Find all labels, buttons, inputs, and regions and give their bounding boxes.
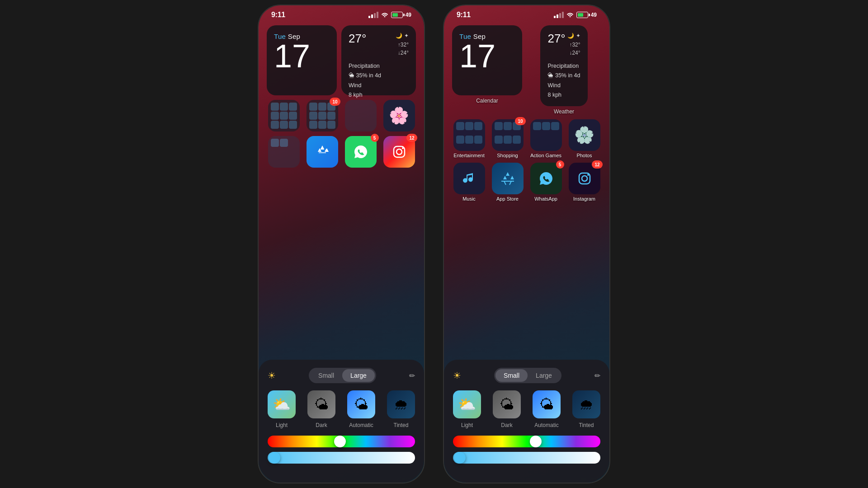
battery-fill-right [578, 13, 583, 17]
wifi-icon-right [566, 11, 574, 19]
rainbow-slider-left[interactable] [268, 436, 415, 447]
style-item-auto-right[interactable]: 🌤 Automatic [533, 390, 561, 428]
calendar-widget-right: Tue Sep 17 [452, 25, 522, 95]
style-label-dark-right: Dark [501, 422, 512, 428]
icon-whatsapp-right: 5 [530, 163, 562, 194]
weather-low-right: ↓24° [567, 49, 580, 57]
bottom-panel-right: ☀ Small Large ✏ ⛅ Light 🌤 Dark [444, 360, 609, 483]
bar1r [554, 16, 556, 18]
badge-shopping-right: 10 [515, 117, 525, 125]
app-action-games-left[interactable] [344, 100, 377, 131]
appstore-svg-right [500, 170, 516, 187]
app-music-left[interactable] [267, 136, 301, 168]
app-entertainment-left[interactable] [267, 100, 301, 131]
icon-photos-right: 🌸 [569, 119, 600, 151]
app-shopping-right[interactable]: 10 Shopping [491, 119, 524, 158]
style-icon-light-left: ⛅ [268, 390, 296, 418]
calendar-label-right: Calendar [476, 98, 498, 104]
style-item-tinted-right[interactable]: 🌧 Tinted [572, 390, 600, 428]
app-entertainment-right[interactable]: Entertainment [452, 119, 486, 158]
white-slider-right[interactable] [453, 452, 600, 464]
size-toggle-left[interactable]: Small Large [309, 368, 376, 383]
svg-line-4 [504, 181, 506, 185]
phone-right: 9:11 49 [443, 5, 610, 483]
app-whatsapp-left[interactable]: 5 [344, 136, 377, 168]
status-icons-right: 49 [554, 11, 597, 19]
style-label-tinted-left: Tinted [394, 422, 409, 428]
size-btn-small-left[interactable]: Small [310, 369, 342, 382]
app-label-music-right: Music [462, 196, 476, 202]
style-label-auto-left: Automatic [349, 422, 373, 428]
icon-appstore-left [307, 136, 338, 168]
app-label-photos-right: Photos [576, 153, 592, 158]
folder-icon-action-right [530, 119, 562, 151]
app-instagram-right[interactable]: 12 Instagram [567, 163, 601, 202]
style-item-light-left[interactable]: ⛅ Light [268, 390, 296, 428]
weather-low-left: ↓24° [396, 49, 409, 57]
style-item-dark-right[interactable]: 🌤 Dark [493, 390, 521, 428]
weather-right-right: 🌙 ✦ ↑32° ↓24° [567, 32, 580, 57]
precip-value-right: 🌦 35% in 4d [547, 71, 580, 80]
moon-icon-right: 🌙 [567, 32, 574, 40]
photos-emoji-left: 🌸 [389, 106, 409, 125]
icon-music-right [453, 163, 485, 194]
weather-right-left: 🌙 ✦ ↑32° ↓24° [396, 32, 409, 57]
app-music-right[interactable]: Music [452, 163, 486, 202]
status-time-left: 9:11 [271, 11, 285, 19]
app-photos-right[interactable]: 🌸 Photos [567, 119, 601, 158]
rainbow-slider-right[interactable] [453, 436, 600, 447]
rainbow-thumb-right[interactable] [530, 436, 542, 447]
style-item-tinted-left[interactable]: 🌧 Tinted [387, 390, 415, 428]
weather-col-right: 27° 🌙 ✦ ↑32° ↓24° Precipitation 🌦 35 [527, 25, 601, 115]
size-btn-small-right[interactable]: Small [495, 369, 528, 382]
panel-row1-right: ☀ Small Large ✏ [453, 368, 600, 383]
style-item-auto-left[interactable]: 🌤 Automatic [347, 390, 375, 428]
pencil-icon-left[interactable]: ✏ [409, 371, 415, 380]
folder-icon-action-left [345, 100, 377, 131]
nav-icon-right: ✦ [576, 32, 580, 40]
svg-point-8 [587, 174, 589, 176]
bar4 [377, 12, 378, 18]
badge-whatsapp-right: 5 [556, 160, 564, 169]
app-whatsapp-right[interactable]: 5 WhatsApp [529, 163, 563, 202]
status-bar-left: 9:11 49 [259, 5, 424, 22]
pencil-icon-right[interactable]: ✏ [594, 371, 600, 380]
white-thumb-right[interactable] [454, 452, 466, 464]
app-instagram-left[interactable]: 12 [382, 136, 416, 168]
weather-details-left: Precipitation 🌦 35% in 4d Wind 8 kph [349, 61, 409, 100]
style-grid-left: ⛅ Light 🌤 Dark 🌤 Automatic 🌧 T [268, 390, 415, 428]
app-action-games-right[interactable]: Action Games [529, 119, 563, 158]
status-icons-left: 49 [368, 11, 411, 19]
folder-icon-entertainment-right [453, 119, 485, 151]
app-appstore-left[interactable] [305, 136, 339, 168]
app-appstore-right[interactable]: App Store [491, 163, 524, 202]
icon-photos-left: 🌸 [383, 100, 415, 131]
white-thumb-left[interactable] [269, 452, 280, 464]
style-icon-tinted-right: 🌧 [572, 390, 600, 418]
size-btn-large-right[interactable]: Large [528, 369, 560, 382]
whatsapp-svg-right [537, 169, 555, 188]
weather-high-left: ↑32° [396, 41, 409, 49]
instagram-svg-right [576, 170, 593, 187]
battery-icon-left [391, 12, 403, 18]
bar4r [562, 12, 564, 18]
precip-label-left: Precipitation [349, 61, 409, 71]
style-item-light-right[interactable]: ⛅ Light [453, 390, 481, 428]
app-row2-right: Music App Store 5 [452, 163, 601, 202]
size-btn-large-left[interactable]: Large [342, 369, 375, 382]
app-photos-left[interactable]: 🌸 [382, 100, 416, 131]
rainbow-thumb-left[interactable] [334, 436, 346, 447]
weather-temp-right: 27° [547, 32, 565, 46]
wind-value-right: 8 kph [547, 90, 580, 100]
app-shopping-left[interactable]: 10 [305, 100, 339, 131]
badge-instagram-right: 12 [592, 160, 602, 169]
weather-top-right: 27° 🌙 ✦ ↑32° ↓24° [547, 32, 580, 57]
white-slider-left[interactable] [268, 452, 415, 464]
cal-day-left: 17 [274, 38, 330, 74]
sun-icon-right: ☀ [453, 370, 461, 381]
folder-icon-music-left [268, 136, 300, 168]
style-item-dark-left[interactable]: 🌤 Dark [307, 390, 335, 428]
size-toggle-right[interactable]: Small Large [494, 368, 561, 383]
weather-high-right: ↑32° [567, 41, 580, 49]
battery-fill-left [392, 13, 398, 17]
